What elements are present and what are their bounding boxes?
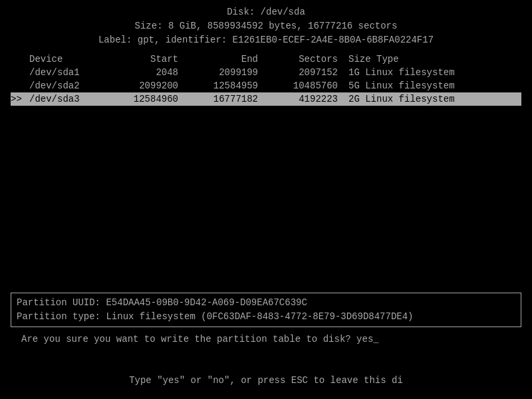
row2-sectors: 10485760 [269,80,348,91]
col-header-device: Device [29,54,109,65]
terminal-screen: Disk: /dev/sda Size: 8 GiB, 8589934592 b… [0,0,532,399]
prompt-text: Are you sure you want to write the parti… [21,334,373,344]
row3-end: 16777182 [189,94,269,104]
row1-size-type: 1G Linux filesystem [348,67,521,78]
row3-device: /dev/sda3 [29,94,109,104]
row3-indicator: >> [11,94,29,104]
row3-sectors: 4192223 [269,94,348,104]
row1-end: 2099199 [189,67,269,78]
row2-size-type: 5G Linux filesystem [348,80,521,91]
row2-start: 2099200 [109,80,189,91]
partition-row-sda1[interactable]: /dev/sda1 2048 2099199 2097152 1G Linux … [11,66,521,79]
table-header-row: Device Start End Sectors Size Type [11,53,521,66]
partition-uuid: Partition UUID: E54DAA45-09B0-9D42-A069-… [17,296,515,310]
partition-type: Partition type: Linux filesystem (0FC63D… [17,310,515,324]
disk-title: Disk: /dev/sda [0,5,532,19]
col-header-end: End [189,54,269,65]
bottom-info-area: Partition UUID: E54DAA45-09B0-9D42-A069-… [0,293,532,346]
row3-size-type: 2G Linux filesystem [348,94,521,104]
partition-info-box: Partition UUID: E54DAA45-09B0-9D42-A069-… [11,293,521,327]
cursor-blink [373,334,378,344]
partition-table: Device Start End Sectors Size Type /dev/… [0,53,532,106]
partition-row-sda3[interactable]: >> /dev/sda3 12584960 16777182 4192223 2… [11,92,521,106]
partition-row-sda2[interactable]: /dev/sda2 2099200 12584959 10485760 5G L… [11,79,521,92]
row3-start: 12584960 [109,94,189,104]
row1-start: 2048 [109,67,189,78]
col-header-start: Start [109,54,189,65]
tip-text: Type "yes" or "no", or press ESC to leav… [129,375,403,386]
row2-end: 12584959 [189,80,269,91]
bottom-tip: Type "yes" or "no", or press ESC to leav… [0,375,532,386]
disk-label-line: Label: gpt, identifier: E1261EB0-ECEF-2A… [0,33,532,47]
row1-device: /dev/sda1 [29,67,109,78]
write-prompt[interactable]: Are you sure you want to write the parti… [11,332,521,346]
disk-header: Disk: /dev/sda Size: 8 GiB, 8589934592 b… [0,5,532,47]
col-header-indicator [11,54,29,65]
row2-indicator [11,80,29,91]
col-header-sectors: Sectors [269,54,348,65]
col-header-size-type: Size Type [348,54,521,65]
disk-size-line: Size: 8 GiB, 8589934592 bytes, 16777216 … [0,19,532,33]
row2-device: /dev/sda2 [29,80,109,91]
row1-sectors: 2097152 [269,67,348,78]
row1-indicator [11,67,29,78]
